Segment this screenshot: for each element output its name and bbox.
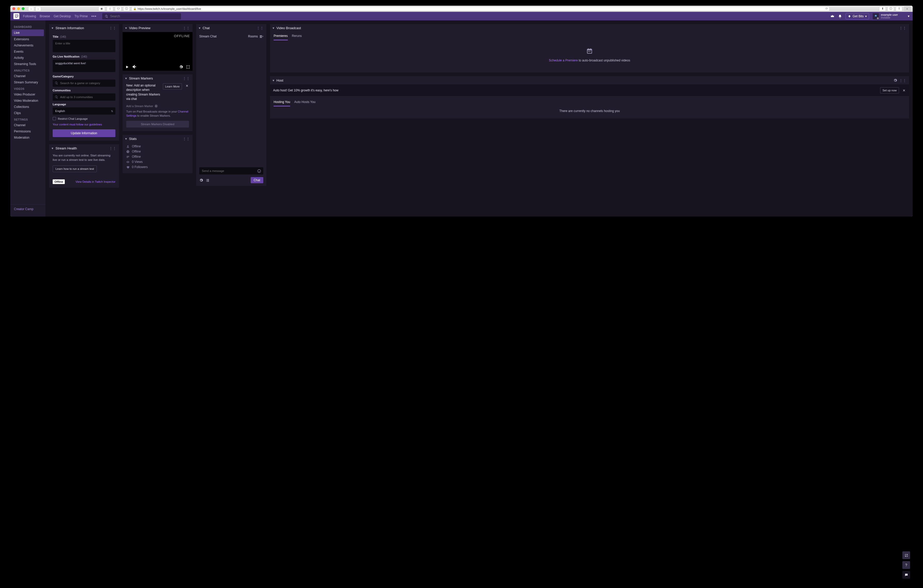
drag-handle-icon[interactable]: ⋮⋮ bbox=[109, 26, 117, 30]
tab-reruns[interactable]: Reruns bbox=[292, 33, 302, 40]
address-bar[interactable]: 🔒 https://www.twitch.tv/example_user/das… bbox=[131, 7, 829, 11]
emoji-icon[interactable] bbox=[257, 169, 261, 173]
info-icon[interactable]: i bbox=[154, 105, 158, 108]
learn-more-button[interactable]: Learn More bbox=[163, 84, 182, 90]
game-input[interactable] bbox=[53, 79, 115, 87]
collapse-icon[interactable]: ▾ bbox=[125, 137, 127, 141]
panel-title: Stats bbox=[129, 137, 137, 141]
viewer-list-icon[interactable] bbox=[206, 178, 210, 182]
collapse-icon[interactable]: ▾ bbox=[125, 76, 127, 80]
drag-handle-icon[interactable]: ⋮⋮ bbox=[183, 26, 190, 30]
language-select[interactable]: English bbox=[53, 107, 115, 115]
panel-title: Stream Markers bbox=[129, 76, 153, 80]
sidebar-item-clips[interactable]: Clips bbox=[10, 110, 46, 116]
host-empty-message: There are currently no channels hosting … bbox=[274, 107, 905, 115]
get-bits-button[interactable]: Get Bits ▾ bbox=[846, 13, 869, 20]
sidebar-item-moderation[interactable]: Moderation bbox=[10, 135, 46, 141]
nav-try-prime[interactable]: Try Prime bbox=[74, 15, 88, 18]
sidebar-item-channel-analytics[interactable]: Channel bbox=[10, 73, 46, 79]
sidebar-item-extensions[interactable]: Extensions bbox=[10, 36, 46, 42]
nav-forward-button[interactable]: › bbox=[35, 7, 41, 11]
nav-more-icon[interactable]: ••• bbox=[91, 14, 97, 18]
golive-input[interactable] bbox=[53, 60, 115, 72]
markers-disabled-button: Stream Markers Disabled bbox=[126, 121, 189, 128]
chat-settings-icon[interactable] bbox=[199, 178, 203, 182]
rooms-toggle-icon[interactable] bbox=[259, 34, 263, 38]
sidebar-item-video-producer[interactable]: Video Producer bbox=[10, 91, 46, 98]
extension-ibeam-icon[interactable]: I bbox=[107, 7, 113, 11]
sidebar-item-activity[interactable]: Activity bbox=[10, 55, 46, 61]
tab-premieres[interactable]: Premieres bbox=[274, 33, 288, 40]
downloads-icon[interactable]: ⬇︎ bbox=[879, 7, 886, 11]
drag-handle-icon[interactable]: ⋮⋮ bbox=[109, 146, 117, 150]
collapse-icon[interactable]: ▾ bbox=[273, 79, 274, 82]
share-icon[interactable]: ⇪ bbox=[896, 7, 902, 11]
extension-info-icon[interactable]: ⓘ bbox=[123, 7, 130, 11]
nav-following[interactable]: Following bbox=[23, 15, 36, 18]
chat-rooms-label[interactable]: Rooms bbox=[248, 34, 258, 38]
nav-search[interactable] bbox=[102, 13, 181, 20]
reload-icon[interactable]: ⟳ bbox=[825, 7, 828, 10]
sidebar-item-video-moderation[interactable]: Video Moderation bbox=[10, 98, 46, 104]
drag-handle-icon[interactable]: ⋮⋮ bbox=[183, 137, 190, 141]
sidebar-item-collections[interactable]: Collections bbox=[10, 104, 46, 110]
sidebar-item-events[interactable]: Events bbox=[10, 49, 46, 55]
drag-handle-icon[interactable]: ⋮⋮ bbox=[899, 79, 907, 82]
settings-icon[interactable] bbox=[179, 64, 183, 69]
new-tab-icon[interactable]: + bbox=[904, 7, 911, 11]
page-info-icon[interactable]: ⓘ bbox=[887, 7, 894, 11]
communities-input[interactable] bbox=[53, 94, 115, 101]
user-menu[interactable]: example user Invisible ▾ bbox=[873, 13, 910, 20]
sidebar-creator-camp[interactable]: Creator Camp bbox=[10, 204, 46, 214]
collapse-icon[interactable]: ▾ bbox=[273, 26, 274, 30]
nav-get-desktop[interactable]: Get Desktop bbox=[54, 15, 71, 18]
sidebar-item-permissions[interactable]: Permissions bbox=[10, 128, 46, 135]
extension-privacy-icon[interactable]: 🛡︎ bbox=[115, 7, 122, 11]
tab-hosting-you[interactable]: Hosting You bbox=[274, 99, 290, 106]
drag-handle-icon[interactable]: ⋮⋮ bbox=[256, 26, 264, 30]
tab-auto-hosts-you[interactable]: Auto Hosts You bbox=[294, 99, 315, 106]
panel-video-broadcast: ▾ Video Broadcast ⋮⋮ Premieres Reruns bbox=[270, 24, 909, 72]
panel-chat: ▾ Chat ⋮⋮ Stream Chat Rooms bbox=[196, 24, 266, 186]
minimize-window-icon[interactable] bbox=[17, 7, 20, 10]
guidelines-link[interactable]: Your content must follow our guidelines bbox=[53, 123, 102, 126]
drag-handle-icon[interactable]: ⋮⋮ bbox=[183, 76, 190, 80]
close-icon[interactable]: ✕ bbox=[902, 88, 906, 93]
search-input[interactable] bbox=[110, 15, 178, 18]
close-icon[interactable]: ✕ bbox=[185, 84, 189, 88]
notifications-icon[interactable] bbox=[838, 14, 842, 18]
sidebar-item-channel-settings[interactable]: Channel bbox=[10, 122, 46, 128]
collapse-icon[interactable]: ▾ bbox=[52, 26, 53, 30]
drag-handle-icon[interactable]: ⋮⋮ bbox=[899, 26, 907, 30]
sidebar-item-stream-summary[interactable]: Stream Summary bbox=[10, 79, 46, 85]
collapse-icon[interactable]: ▾ bbox=[199, 26, 200, 30]
title-input[interactable] bbox=[53, 40, 115, 52]
collapse-icon[interactable]: ▾ bbox=[52, 146, 53, 150]
prime-loot-icon[interactable] bbox=[830, 14, 834, 18]
sidebar-item-streaming-tools[interactable]: Streaming Tools bbox=[10, 61, 46, 67]
person-icon bbox=[126, 145, 130, 148]
restrict-chat-checkbox[interactable]: Restrict Chat Language bbox=[53, 117, 115, 120]
close-window-icon[interactable] bbox=[12, 7, 15, 10]
update-info-button[interactable]: Update Information bbox=[53, 129, 115, 137]
schedule-premiere-link[interactable]: Schedule a Premiere bbox=[549, 59, 578, 62]
setup-now-button[interactable]: Set up now bbox=[880, 87, 899, 94]
gear-icon[interactable] bbox=[893, 78, 897, 82]
maximize-window-icon[interactable] bbox=[22, 7, 25, 10]
twitch-logo[interactable] bbox=[13, 13, 20, 19]
twitch-inspector-link[interactable]: View Details in Twitch Inspector bbox=[76, 180, 115, 183]
sidebar-item-live[interactable]: Live bbox=[12, 30, 44, 36]
collapse-icon[interactable]: ▾ bbox=[125, 26, 127, 30]
chat-tab-stream[interactable]: Stream Chat bbox=[199, 34, 217, 38]
play-icon[interactable] bbox=[125, 64, 129, 69]
nav-back-button[interactable]: ‹ bbox=[28, 7, 34, 11]
learn-stream-test-button[interactable]: Learn how to run a stream test bbox=[53, 166, 97, 172]
extension-ublock-icon[interactable]: ◉ bbox=[99, 7, 105, 11]
chat-send-button[interactable]: Chat bbox=[251, 177, 263, 183]
video-preview-stage: OFFLINE bbox=[123, 32, 192, 71]
mute-icon[interactable] bbox=[132, 64, 136, 69]
sidebar-item-achievements[interactable]: Achievements bbox=[10, 42, 46, 49]
fullscreen-icon[interactable] bbox=[186, 64, 190, 69]
chat-input[interactable] bbox=[199, 167, 263, 174]
nav-browse[interactable]: Browse bbox=[40, 15, 50, 18]
